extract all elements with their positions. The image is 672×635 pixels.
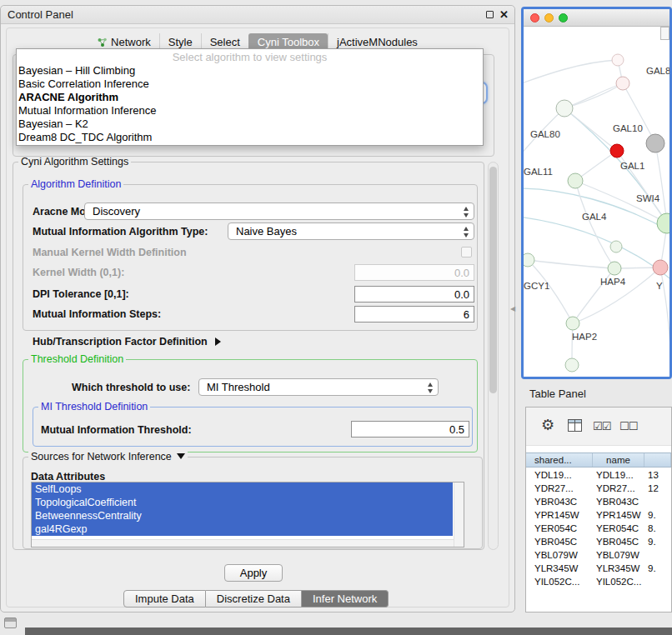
- network-edge[interactable]: [564, 83, 623, 108]
- zoom-window-icon[interactable]: [559, 13, 568, 22]
- table-cell: YPR145W: [593, 508, 644, 522]
- network-edge[interactable]: [524, 217, 669, 282]
- algorithm-option[interactable]: ARACNE Algorithm: [17, 91, 483, 104]
- splitpane-handle[interactable]: ◀: [510, 305, 515, 312]
- algorithm-option[interactable]: Bayesian – K2: [17, 118, 483, 131]
- dpi-tolerance-input[interactable]: [354, 286, 474, 302]
- aracne-mode-select[interactable]: Discovery: [84, 202, 474, 220]
- network-node[interactable]: [608, 262, 621, 275]
- tab-label: Cyni Toolbox: [258, 36, 319, 48]
- network-window-titlebar[interactable]: [524, 9, 669, 27]
- columns-icon[interactable]: [568, 419, 582, 432]
- table-row[interactable]: YBR043CYBR043C: [526, 495, 671, 508]
- table-cell: YER054C: [526, 522, 593, 535]
- network-node[interactable]: [657, 213, 669, 233]
- algorithm-option[interactable]: Bayesian – Hill Climbing: [17, 64, 483, 78]
- table-row[interactable]: YBR045CYBR045C9.: [526, 535, 671, 548]
- table-cell: YDR27...: [526, 482, 593, 495]
- node-label: SWI4: [636, 193, 660, 203]
- clear-all-checks-icon[interactable]: ☐☐: [619, 420, 637, 432]
- expand-arrow-icon: [177, 453, 185, 459]
- attribute-item[interactable]: SelfLoops: [32, 482, 453, 496]
- network-edge[interactable]: [575, 181, 614, 268]
- settings-scrollbar[interactable]: [488, 162, 499, 550]
- list-horizontal-scrollbar[interactable]: [32, 539, 454, 547]
- attribute-item[interactable]: gal4RGexp: [32, 522, 453, 536]
- panel-mini-icon[interactable]: [4, 618, 17, 628]
- node-label: GAL11: [524, 167, 553, 177]
- table-row[interactable]: YDR27...YDR27...12: [526, 482, 671, 495]
- data-attributes-listbox[interactable]: SelfLoopsTopologicalCoefficientBetweenne…: [31, 482, 464, 548]
- column-header[interactable]: shared...: [526, 453, 593, 467]
- network-edge[interactable]: [655, 143, 667, 223]
- cyni-settings-title: Cyni Algorithm Settings: [18, 156, 131, 168]
- table-row[interactable]: YPR145WYPR145W9.: [526, 508, 671, 522]
- close-panel-icon[interactable]: ✕: [499, 9, 509, 20]
- algorithm-option[interactable]: Mutual Information Inference: [17, 104, 483, 118]
- tab-infer-network[interactable]: Infer Network: [302, 590, 389, 608]
- close-window-icon[interactable]: [530, 13, 539, 22]
- node-label: HAP2: [572, 332, 597, 342]
- table-cell: 13: [644, 468, 671, 482]
- attribute-item[interactable]: TopologicalCoefficient: [32, 496, 453, 509]
- apply-button[interactable]: Apply: [224, 564, 283, 582]
- control-panel-titlebar[interactable]: Control Panel ✕: [1, 6, 514, 24]
- mi-threshold-label: Mutual Information Threshold:: [41, 424, 192, 436]
- algorithm-option[interactable]: Basic Correlation Inference: [17, 78, 483, 91]
- gear-icon[interactable]: ⚙: [541, 418, 554, 432]
- network-scrollbar-fragment[interactable]: [660, 27, 669, 40]
- table-row[interactable]: YBL079WYBL079W: [526, 548, 671, 562]
- hub-definition-toggle[interactable]: Hub/Transcription Factor Definition: [33, 336, 221, 348]
- table-cell: [644, 495, 671, 508]
- table-row[interactable]: YLR345WYLR345W9.: [526, 562, 671, 575]
- table-cell: YBL079W: [526, 548, 593, 562]
- float-window-icon[interactable]: [486, 11, 494, 18]
- list-vertical-scrollbar[interactable]: [454, 482, 464, 547]
- which-threshold-select[interactable]: MI Threshold: [198, 378, 439, 396]
- dropdown-placeholder: Select algorithm to view settings: [17, 50, 483, 64]
- network-node[interactable]: [616, 77, 629, 90]
- network-node[interactable]: [556, 100, 573, 117]
- dpi-tolerance-label: DPI Tolerance [0,1]:: [33, 288, 129, 300]
- tab-discretize-data[interactable]: Discretize Data: [206, 590, 302, 608]
- window-title: Control Panel: [8, 8, 73, 21]
- table-row[interactable]: YIL052C...YIL052C...: [526, 575, 671, 588]
- minimize-window-icon[interactable]: [544, 13, 554, 22]
- select-all-checks-icon[interactable]: ☑☑: [593, 420, 610, 432]
- mi-threshold-input[interactable]: [351, 421, 469, 438]
- network-node[interactable]: [610, 241, 622, 252]
- network-node[interactable]: [653, 260, 668, 275]
- network-edge[interactable]: [564, 108, 617, 151]
- network-canvas-area[interactable]: GAL8GAL80GAL10GAL11GAL1SWI4GAL4GCY1HAP4Y…: [524, 27, 669, 379]
- kernel-width-label: Kernel Width (0,1):: [33, 267, 124, 278]
- network-edge[interactable]: [528, 260, 573, 323]
- mi-steps-input[interactable]: [354, 306, 474, 322]
- network-edge[interactable]: [623, 83, 655, 143]
- network-node[interactable]: [566, 317, 579, 330]
- attribute-item[interactable]: BetweennessCentrality: [32, 509, 453, 522]
- network-node[interactable]: [524, 253, 534, 267]
- column-header[interactable]: [644, 453, 671, 467]
- network-node[interactable]: [610, 144, 624, 158]
- network-edge[interactable]: [528, 260, 614, 268]
- network-edge[interactable]: [660, 268, 669, 348]
- threshold-definition-title: Threshold Definition: [28, 353, 126, 365]
- column-header[interactable]: name: [593, 453, 644, 467]
- sources-group-title[interactable]: Sources for Network Inference: [28, 451, 188, 462]
- network-node[interactable]: [565, 358, 579, 372]
- table-cell: YDL19...: [593, 468, 644, 482]
- network-edge[interactable]: [524, 60, 618, 85]
- network-canvas[interactable]: GAL8GAL80GAL10GAL11GAL1SWI4GAL4GCY1HAP4Y…: [524, 27, 669, 379]
- network-node[interactable]: [568, 173, 583, 188]
- scrollbar-thumb[interactable]: [489, 167, 497, 393]
- tab-impute-data[interactable]: Impute Data: [123, 590, 206, 608]
- mi-type-select[interactable]: Naive Bayes: [228, 222, 474, 240]
- node-label: GAL80: [530, 129, 560, 139]
- network-node[interactable]: [646, 134, 664, 152]
- network-node[interactable]: [612, 54, 624, 66]
- algorithm-option[interactable]: Dream8 DC_TDC Algorithm: [17, 131, 483, 144]
- table-row[interactable]: YER054CYER054C8.: [526, 522, 671, 535]
- node-label: GAL10: [613, 123, 643, 133]
- bottom-tab-bar: Impute DataDiscretize DataInfer Network: [123, 590, 389, 608]
- table-row[interactable]: YDL19...YDL19...13: [526, 468, 671, 482]
